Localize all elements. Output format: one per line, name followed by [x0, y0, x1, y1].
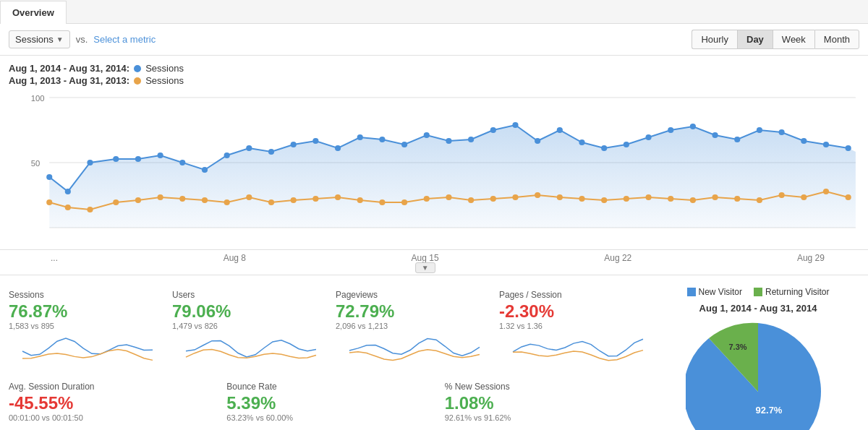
returning-visitor-dot: [754, 288, 762, 296]
svg-point-40: [801, 138, 807, 144]
svg-point-78: [823, 189, 829, 194]
metric-label: Sessions: [15, 34, 54, 45]
svg-point-6: [46, 174, 52, 180]
svg-point-55: [312, 196, 318, 202]
svg-point-43: [46, 199, 52, 205]
svg-point-26: [490, 127, 496, 133]
stat-title: Pages / Session: [499, 290, 657, 300]
stat-title: Bounce Rate: [226, 382, 438, 392]
chart-legend: Aug 1, 2014 - Aug 31, 2014: Sessions Aug…: [0, 56, 868, 90]
stat-title: Users: [172, 290, 330, 300]
stat-card-bottom-2: % New Sessions 1.08% 92.61% vs 91.62%: [445, 379, 657, 430]
stat-card-1: Users 79.06% 1,479 vs 826: [172, 287, 330, 367]
stat-compare: 00:01:00 vs 00:01:50: [9, 413, 221, 422]
svg-point-79: [846, 194, 851, 200]
week-button[interactable]: Week: [773, 30, 814, 49]
stat-pct: 72.79%: [336, 301, 493, 322]
vs-label: vs.: [76, 34, 88, 45]
stat-compare: 1.32 vs 1.36: [499, 322, 657, 330]
svg-point-30: [579, 139, 584, 145]
legend-dot-orange: [134, 77, 141, 85]
mini-chart: [499, 333, 657, 362]
svg-point-33: [645, 134, 651, 140]
legend-date-2: Aug 1, 2013 - Aug 31, 2013:: [9, 75, 129, 86]
svg-point-28: [535, 138, 540, 144]
svg-point-20: [357, 134, 363, 140]
stat-compare: 63.23% vs 60.00%: [226, 413, 438, 422]
stat-title: Pageviews: [336, 290, 493, 300]
svg-point-35: [690, 124, 696, 129]
legend-metric-2: Sessions: [145, 75, 184, 86]
stat-pct: 1.08%: [445, 393, 657, 413]
stat-compare: 2,096 vs 1,213: [336, 322, 493, 330]
svg-point-72: [690, 197, 696, 203]
svg-point-41: [823, 142, 829, 147]
svg-point-36: [712, 132, 718, 138]
stat-title: Avg. Session Duration: [9, 382, 221, 392]
mini-chart: [172, 333, 330, 362]
svg-point-46: [113, 199, 119, 205]
chevron-down-icon: ▼: [56, 35, 64, 43]
svg-point-42: [846, 145, 851, 151]
svg-point-61: [446, 194, 451, 200]
svg-point-39: [779, 129, 785, 135]
svg-point-18: [312, 138, 318, 144]
x-label-1: Aug 8: [224, 253, 246, 263]
svg-point-13: [202, 167, 208, 173]
stat-pct: 5.39%: [226, 393, 438, 413]
chart-svg: 100 50: [9, 90, 859, 235]
svg-point-60: [424, 196, 430, 202]
legend-metric-1: Sessions: [145, 63, 184, 74]
svg-point-25: [468, 137, 474, 142]
svg-point-62: [468, 197, 474, 203]
mini-chart: [9, 425, 221, 430]
svg-point-44: [65, 205, 71, 210]
svg-point-15: [246, 145, 252, 151]
svg-point-7: [65, 189, 71, 194]
hourly-button[interactable]: Hourly: [692, 30, 737, 49]
x-label-2: Aug 15 ▼: [412, 253, 439, 263]
day-button[interactable]: Day: [737, 30, 773, 49]
new-visitor-dot: [687, 288, 696, 296]
expand-chart-button[interactable]: ▼: [415, 262, 435, 273]
svg-text:92.7%: 92.7%: [756, 405, 783, 416]
svg-point-51: [224, 199, 230, 205]
svg-point-57: [357, 197, 363, 203]
stat-pct: -2.30%: [499, 301, 657, 322]
main-chart: 100 50: [0, 90, 868, 249]
svg-point-27: [512, 122, 518, 128]
select-metric-link[interactable]: Select a metric: [93, 34, 156, 45]
mini-chart: [226, 425, 438, 430]
svg-point-47: [135, 197, 141, 203]
svg-point-63: [490, 196, 496, 202]
overview-tab[interactable]: Overview: [0, 1, 67, 24]
svg-point-29: [557, 127, 563, 133]
svg-point-12: [179, 160, 185, 165]
svg-point-50: [202, 197, 208, 203]
x-label-0: ...: [51, 253, 58, 263]
month-button[interactable]: Month: [814, 30, 859, 49]
svg-point-74: [734, 196, 740, 202]
svg-point-77: [801, 194, 807, 200]
svg-point-52: [246, 194, 252, 200]
svg-point-22: [401, 142, 407, 147]
stat-title: % New Sessions: [445, 382, 657, 392]
svg-point-23: [424, 132, 430, 138]
svg-point-56: [335, 194, 341, 200]
svg-point-58: [379, 199, 385, 205]
svg-point-69: [624, 196, 629, 202]
stat-card-bottom-0: Avg. Session Duration -45.55% 00:01:00 v…: [9, 379, 221, 430]
mini-chart: [9, 333, 166, 362]
svg-point-45: [87, 207, 93, 212]
stat-title: Sessions: [9, 290, 166, 300]
svg-point-76: [779, 192, 785, 198]
svg-point-8: [87, 160, 93, 165]
svg-point-19: [335, 145, 341, 151]
time-button-group: Hourly Day Week Month: [692, 30, 859, 49]
svg-text:100: 100: [31, 94, 45, 103]
svg-point-73: [712, 194, 718, 200]
returning-visitor-label: Returning Visitor: [765, 287, 830, 297]
metric-select[interactable]: Sessions ▼: [9, 30, 70, 48]
svg-point-65: [535, 192, 540, 198]
stat-compare: 1,479 vs 826: [172, 322, 330, 330]
